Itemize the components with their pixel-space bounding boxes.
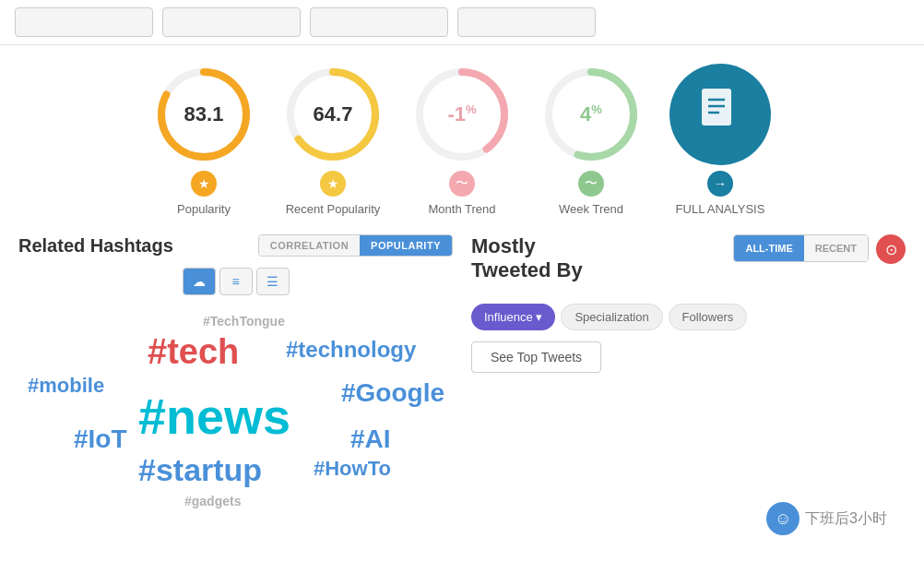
- main-content: Related Hashtags CORRELATION POPULARITY …: [0, 225, 924, 554]
- metric-full-analysis: → FULL ANALYSIS: [669, 64, 771, 216]
- share-icon[interactable]: ⊙: [876, 234, 906, 264]
- word-cloud-item[interactable]: #mobile: [28, 374, 104, 398]
- metric-week-trend: 4% 〜 Week Trend: [540, 64, 642, 216]
- recent-popularity-badge: ★: [320, 171, 346, 197]
- top-bar-btn-3[interactable]: [310, 7, 448, 37]
- popularity-circle: 83.1: [153, 64, 255, 165]
- watermark: ☺ 下班后3小时: [766, 502, 887, 535]
- recent-popularity-circle: 64.7: [282, 64, 384, 165]
- filter-tabs: Influence ▾ Specialization Followers: [471, 304, 906, 330]
- cloud-view-btn[interactable]: ☁: [183, 268, 216, 295]
- all-recent-toggle: ALL-TIME RECENT: [733, 234, 869, 262]
- recent-popularity-label: Recent Popularity: [286, 202, 381, 216]
- metric-recent-popularity: 64.7 ★ Recent Popularity: [282, 64, 384, 216]
- top-bar: [0, 0, 924, 45]
- metrics-row: 83.1 ★ Popularity 64.7 ★ Recent Populari…: [0, 45, 924, 225]
- all-time-btn[interactable]: ALL-TIME: [734, 235, 803, 261]
- hashtags-title: Related Hashtags: [18, 235, 173, 257]
- week-trend-badge: 〜: [578, 171, 604, 197]
- list-view-btn-2[interactable]: ☰: [256, 268, 290, 295]
- top-bar-btn-2[interactable]: [162, 7, 301, 37]
- week-trend-circle: 4%: [540, 64, 642, 165]
- word-cloud-item[interactable]: #HowTo: [314, 457, 391, 481]
- top-bar-btn-1[interactable]: [15, 7, 153, 37]
- popularity-label: Popularity: [177, 202, 231, 216]
- word-cloud-item[interactable]: #news: [138, 388, 290, 445]
- metric-month-trend: -1% 〜 Month Trend: [411, 64, 513, 216]
- document-icon: [697, 87, 743, 142]
- week-trend-label: Week Trend: [559, 202, 623, 216]
- word-cloud-item[interactable]: #TechTongue: [203, 314, 285, 329]
- correlation-btn[interactable]: CORRELATION: [259, 235, 360, 256]
- top-bar-btn-4[interactable]: [457, 7, 596, 37]
- hashtags-header: Related Hashtags CORRELATION POPULARITY: [18, 234, 453, 257]
- word-cloud-item[interactable]: #Google: [341, 378, 444, 408]
- word-cloud-item[interactable]: #startup: [138, 452, 262, 488]
- word-cloud-item[interactable]: #AI: [350, 425, 391, 454]
- followers-tab[interactable]: Followers: [669, 304, 748, 330]
- watermark-text: 下班后3小时: [805, 509, 887, 529]
- recent-popularity-value: 64.7: [314, 102, 353, 126]
- word-cloud-item[interactable]: #tech: [148, 332, 239, 372]
- full-analysis-circle[interactable]: [669, 64, 771, 165]
- full-analysis-label: FULL ANALYSIS: [676, 202, 765, 216]
- hashtags-toggle: CORRELATION POPULARITY: [258, 234, 453, 257]
- word-cloud: #TechTongue#tech#technology#mobile#news#…: [18, 305, 453, 544]
- word-cloud-item[interactable]: #gadgets: [184, 494, 241, 508]
- left-panel: Related Hashtags CORRELATION POPULARITY …: [18, 234, 453, 544]
- month-trend-badge: 〜: [449, 171, 475, 197]
- month-trend-label: Month Trend: [429, 202, 496, 216]
- influence-tab[interactable]: Influence ▾: [471, 304, 555, 330]
- word-cloud-item[interactable]: #technology: [286, 337, 416, 363]
- see-top-tweets-btn[interactable]: See Top Tweets: [471, 341, 601, 373]
- full-analysis-badge: →: [707, 171, 733, 197]
- word-cloud-item[interactable]: #IoT: [74, 425, 127, 454]
- view-icons: ☁ ≡ ☰: [18, 268, 453, 295]
- month-trend-circle: -1%: [411, 64, 513, 165]
- week-trend-value: 4%: [580, 102, 602, 126]
- popularity-value: 83.1: [184, 102, 224, 126]
- mostly-tweeted-header: Mostly Tweeted By ALL-TIME RECENT ⊙: [471, 234, 906, 293]
- list-view-btn-1[interactable]: ≡: [219, 268, 253, 295]
- right-panel: Mostly Tweeted By ALL-TIME RECENT ⊙ Infl…: [471, 234, 906, 544]
- popularity-btn[interactable]: POPULARITY: [360, 235, 452, 256]
- recent-btn[interactable]: RECENT: [804, 235, 868, 261]
- specialization-tab[interactable]: Specialization: [561, 304, 662, 330]
- metric-popularity: 83.1 ★ Popularity: [153, 64, 255, 216]
- mostly-tweeted-title: Mostly Tweeted By: [471, 234, 583, 283]
- month-trend-value: -1%: [447, 102, 476, 126]
- watermark-icon: ☺: [766, 502, 800, 535]
- popularity-badge: ★: [191, 171, 217, 197]
